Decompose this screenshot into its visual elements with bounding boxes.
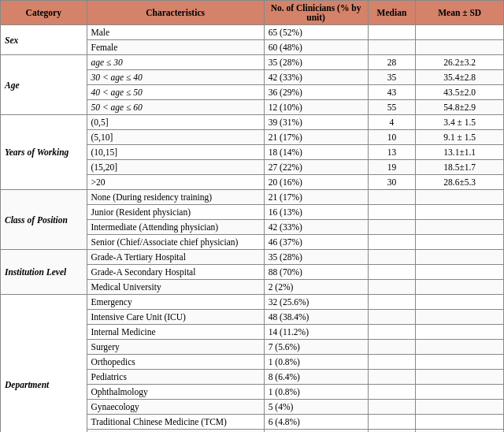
no-cell: 48 (38.4%) bbox=[264, 310, 368, 325]
mean-cell bbox=[416, 355, 504, 370]
category-cell: Department bbox=[1, 295, 87, 433]
table-row: Institution LevelGrade-A Tertiary Hospit… bbox=[1, 250, 504, 265]
no-cell: 1 (0.8%) bbox=[264, 385, 368, 400]
no-cell: 14 (11.2%) bbox=[264, 325, 368, 340]
char-cell: (0,5] bbox=[87, 115, 264, 130]
median-cell bbox=[368, 235, 416, 250]
no-cell: 5 (4%) bbox=[264, 400, 368, 415]
no-cell: 42 (33%) bbox=[264, 70, 368, 85]
char-cell: None (During residency training) bbox=[87, 190, 264, 205]
mean-cell bbox=[416, 190, 504, 205]
col-header-no: No. of Clinicians (% by unit) bbox=[264, 1, 368, 25]
median-cell: 43 bbox=[368, 85, 416, 100]
median-cell bbox=[368, 340, 416, 355]
col-header-characteristics: Characteristics bbox=[87, 1, 264, 25]
category-cell: Age bbox=[1, 55, 87, 115]
char-cell: Emergency bbox=[87, 295, 264, 310]
no-cell: 65 (52%) bbox=[264, 25, 368, 40]
no-cell: 35 (28%) bbox=[264, 55, 368, 70]
no-cell: 16 (13%) bbox=[264, 205, 368, 220]
char-cell: Traditional Chinese Medicine (TCM) bbox=[87, 415, 264, 430]
median-cell bbox=[368, 295, 416, 310]
char-cell: Gynaecology bbox=[87, 400, 264, 415]
table-row: Years of Working(0,5]39 (31%)43.4 ± 1.5 bbox=[1, 115, 504, 130]
mean-cell: 26.2±3.2 bbox=[416, 55, 504, 70]
mean-cell bbox=[416, 25, 504, 40]
no-cell: 2 (2%) bbox=[264, 280, 368, 295]
mean-cell bbox=[416, 220, 504, 235]
no-cell: 46 (37%) bbox=[264, 235, 368, 250]
char-cell: Ophthalmology bbox=[87, 385, 264, 400]
mean-cell bbox=[416, 205, 504, 220]
no-cell: 39 (31%) bbox=[264, 115, 368, 130]
no-cell: 7 (5.6%) bbox=[264, 340, 368, 355]
mean-cell bbox=[416, 370, 504, 385]
char-cell: (10,15] bbox=[87, 145, 264, 160]
no-cell: 60 (48%) bbox=[264, 40, 368, 55]
no-cell: 21 (17%) bbox=[264, 130, 368, 145]
no-cell: 20 (16%) bbox=[264, 175, 368, 190]
no-cell: 8 (6.4%) bbox=[264, 370, 368, 385]
median-cell bbox=[368, 40, 416, 55]
mean-cell bbox=[416, 265, 504, 280]
mean-cell: 54.8±2.9 bbox=[416, 100, 504, 115]
median-cell bbox=[368, 280, 416, 295]
char-cell: Junior (Resident physician) bbox=[87, 205, 264, 220]
median-cell bbox=[368, 370, 416, 385]
no-cell: 1 (0.8%) bbox=[264, 430, 368, 433]
median-cell bbox=[368, 385, 416, 400]
char-cell: Medical University bbox=[87, 280, 264, 295]
char-cell: 40 < age ≤ 50 bbox=[87, 85, 264, 100]
char-cell: Female bbox=[87, 40, 264, 55]
char-cell: Grade-A Tertiary Hospital bbox=[87, 250, 264, 265]
median-cell: 30 bbox=[368, 175, 416, 190]
median-cell bbox=[368, 265, 416, 280]
mean-cell bbox=[416, 235, 504, 250]
category-cell: Class of Position bbox=[1, 190, 87, 250]
no-cell: 18 (14%) bbox=[264, 145, 368, 160]
median-cell bbox=[368, 355, 416, 370]
no-cell: 32 (25.6%) bbox=[264, 295, 368, 310]
mean-cell: 43.5±2.0 bbox=[416, 85, 504, 100]
median-cell bbox=[368, 415, 416, 430]
median-cell: 10 bbox=[368, 130, 416, 145]
char-cell: age ≤ 30 bbox=[87, 55, 264, 70]
char-cell: Pediatrics bbox=[87, 370, 264, 385]
char-cell: (15,20] bbox=[87, 160, 264, 175]
median-cell bbox=[368, 250, 416, 265]
mean-cell bbox=[416, 400, 504, 415]
mean-cell bbox=[416, 325, 504, 340]
mean-cell: 28.6±5.3 bbox=[416, 175, 504, 190]
no-cell: 27 (22%) bbox=[264, 160, 368, 175]
mean-cell: 18.5±1.7 bbox=[416, 160, 504, 175]
char-cell: Senior (Chief/Associate chief physician) bbox=[87, 235, 264, 250]
char-cell: 30 < age ≤ 40 bbox=[87, 70, 264, 85]
no-cell: 6 (4.8%) bbox=[264, 415, 368, 430]
category-cell: Institution Level bbox=[1, 250, 87, 295]
char-cell: 50 < age ≤ 60 bbox=[87, 100, 264, 115]
char-cell: Surgery bbox=[87, 340, 264, 355]
median-cell bbox=[368, 400, 416, 415]
median-cell: 13 bbox=[368, 145, 416, 160]
median-cell bbox=[368, 190, 416, 205]
median-cell: 55 bbox=[368, 100, 416, 115]
mean-cell bbox=[416, 340, 504, 355]
no-cell: 35 (28%) bbox=[264, 250, 368, 265]
col-header-mean: Mean ± SD bbox=[416, 1, 504, 25]
char-cell: Male bbox=[87, 25, 264, 40]
mean-cell bbox=[416, 250, 504, 265]
median-cell: 28 bbox=[368, 55, 416, 70]
mean-cell bbox=[416, 430, 504, 433]
median-cell: 35 bbox=[368, 70, 416, 85]
mean-cell: 13.1±1.1 bbox=[416, 145, 504, 160]
mean-cell bbox=[416, 295, 504, 310]
col-header-category: Category bbox=[1, 1, 87, 25]
char-cell: >20 bbox=[87, 175, 264, 190]
char-cell: Intensive Care Unit (ICU) bbox=[87, 310, 264, 325]
median-cell bbox=[368, 205, 416, 220]
mean-cell bbox=[416, 280, 504, 295]
mean-cell bbox=[416, 415, 504, 430]
median-cell bbox=[368, 325, 416, 340]
table-row: DepartmentEmergency32 (25.6%) bbox=[1, 295, 504, 310]
char-cell: (5,10] bbox=[87, 130, 264, 145]
